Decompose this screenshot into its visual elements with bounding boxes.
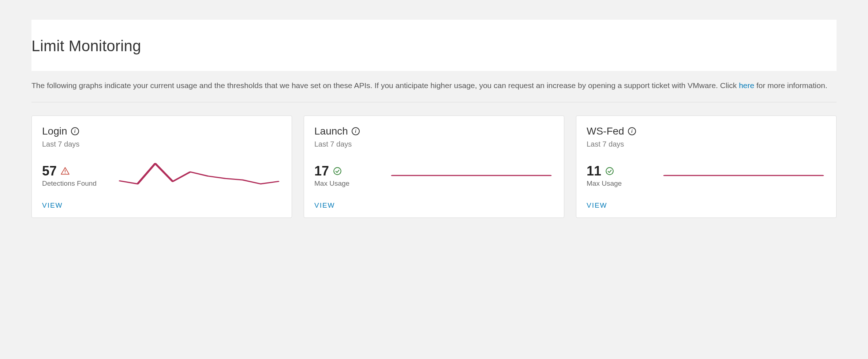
card-body: 57 Detections Found xyxy=(42,157,281,194)
metric-label: Detections Found xyxy=(42,180,108,188)
card-header: Login i xyxy=(42,125,281,137)
svg-point-1 xyxy=(65,173,66,173)
view-link[interactable]: VIEW xyxy=(314,201,335,209)
metric-label: Max Usage xyxy=(314,180,380,188)
metric-block: 57 Detections Found xyxy=(42,163,108,188)
card-subtitle: Last 7 days xyxy=(42,140,281,148)
info-icon[interactable]: i xyxy=(628,127,636,135)
metric-value: 17 xyxy=(314,163,329,179)
card-footer: VIEW xyxy=(42,194,281,209)
info-icon[interactable]: i xyxy=(352,127,360,135)
sparkline-chart xyxy=(661,159,826,192)
card-header: WS-Fed i xyxy=(587,125,826,137)
card-wsfed: WS-Fed i Last 7 days 11 Max U xyxy=(576,116,837,218)
view-link[interactable]: VIEW xyxy=(587,201,607,209)
card-login: Login i Last 7 days 57 xyxy=(31,116,292,218)
title-panel: Limit Monitoring xyxy=(31,20,837,71)
svg-point-2 xyxy=(334,167,341,175)
page-description: The following graphs indicate your curre… xyxy=(31,80,837,102)
card-subtitle: Last 7 days xyxy=(314,140,554,148)
description-text-post: for more information. xyxy=(754,81,827,90)
metric-label: Max Usage xyxy=(587,180,652,188)
view-link[interactable]: VIEW xyxy=(42,201,63,209)
card-title: WS-Fed xyxy=(587,125,624,137)
page-title: Limit Monitoring xyxy=(31,37,837,55)
card-launch: Launch i Last 7 days 17 Max U xyxy=(304,116,564,218)
check-circle-icon xyxy=(333,166,342,176)
card-title: Login xyxy=(42,125,67,137)
card-body: 17 Max Usage xyxy=(314,157,554,194)
card-body: 11 Max Usage xyxy=(587,157,826,194)
metric-value: 57 xyxy=(42,163,57,179)
metric-block: 17 Max Usage xyxy=(314,163,380,188)
alert-triangle-icon xyxy=(60,166,70,176)
page-container: Limit Monitoring The following graphs in… xyxy=(0,20,868,233)
info-icon[interactable]: i xyxy=(71,127,79,135)
description-link[interactable]: here xyxy=(739,81,754,90)
card-footer: VIEW xyxy=(587,194,826,209)
card-subtitle: Last 7 days xyxy=(587,140,826,148)
cards-row: Login i Last 7 days 57 xyxy=(31,116,837,218)
sparkline-chart xyxy=(117,159,281,192)
metric-block: 11 Max Usage xyxy=(587,163,652,188)
sparkline-chart xyxy=(389,159,554,192)
card-footer: VIEW xyxy=(314,194,554,209)
svg-point-3 xyxy=(606,167,613,175)
metric-value: 11 xyxy=(587,163,601,179)
check-circle-icon xyxy=(605,166,614,176)
card-title: Launch xyxy=(314,125,348,137)
description-text-pre: The following graphs indicate your curre… xyxy=(31,81,739,90)
card-header: Launch i xyxy=(314,125,554,137)
